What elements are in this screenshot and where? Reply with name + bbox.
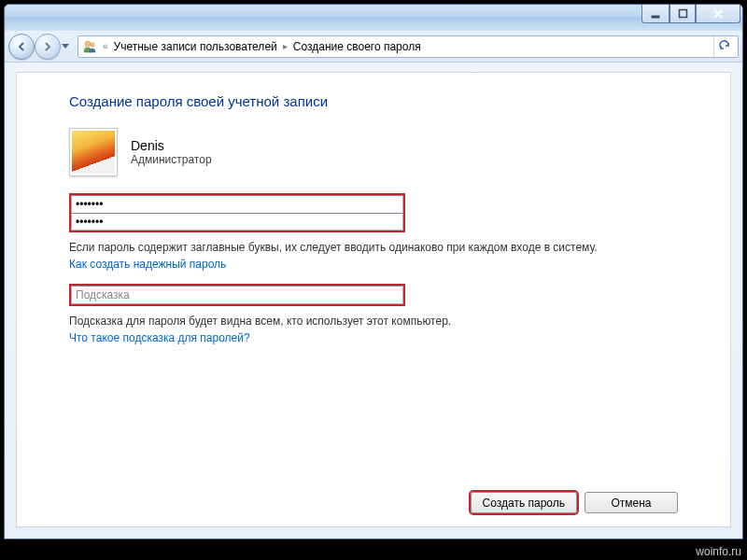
- password-hint-input[interactable]: [71, 286, 403, 304]
- close-button[interactable]: [696, 5, 740, 23]
- watermark: woinfo.ru: [696, 545, 741, 558]
- control-panel-window: « Учетные записи пользователей ▸ Создани…: [4, 4, 743, 539]
- page-title: Создание пароля своей учетной записи: [69, 93, 678, 109]
- new-password-input[interactable]: [71, 195, 403, 213]
- breadcrumb-separator-icon: ▸: [283, 41, 288, 51]
- maximize-button[interactable]: [669, 5, 696, 23]
- breadcrumb-level-2[interactable]: Создание своего пароля: [293, 40, 421, 53]
- user-summary: Denis Администратор: [69, 128, 678, 176]
- flower-avatar-image: [72, 131, 115, 174]
- caps-warning-text: Если пароль содержит заглавные буквы, их…: [69, 240, 678, 256]
- hint-field-highlight: [69, 284, 405, 306]
- hint-visibility-warning: Подсказка для пароля будет видна всем, к…: [69, 314, 678, 329]
- minimize-button[interactable]: [641, 5, 669, 23]
- forward-button[interactable]: [35, 34, 61, 60]
- breadcrumb-level-1[interactable]: Учетные записи пользователей: [114, 40, 277, 53]
- breadcrumb-prefix: «: [103, 41, 108, 51]
- confirm-password-input[interactable]: [71, 213, 403, 231]
- user-name: Denis: [131, 138, 212, 153]
- what-is-hint-link[interactable]: Что такое подсказка для паролей?: [69, 331, 678, 344]
- svg-point-3: [91, 42, 95, 47]
- user-accounts-icon: [82, 39, 97, 54]
- user-role: Администратор: [131, 153, 212, 166]
- content-panel: Создание пароля своей учетной записи Den…: [16, 72, 731, 527]
- back-button[interactable]: [8, 34, 35, 60]
- svg-point-2: [85, 41, 91, 47]
- nav-history-dropdown[interactable]: [59, 36, 72, 57]
- navigation-bar: « Учетные записи пользователей ▸ Создани…: [5, 31, 742, 63]
- refresh-button[interactable]: [713, 36, 734, 57]
- svg-rect-1: [679, 10, 686, 18]
- create-password-button[interactable]: Создать пароль: [471, 492, 577, 513]
- avatar: [69, 128, 118, 176]
- window-titlebar: [5, 5, 742, 31]
- svg-rect-0: [652, 16, 659, 18]
- cancel-button[interactable]: Отмена: [585, 492, 678, 513]
- strong-password-link[interactable]: Как создать надежный пароль: [69, 258, 678, 271]
- address-bar[interactable]: « Учетные записи пользователей ▸ Создани…: [78, 35, 739, 58]
- dialog-footer: Создать пароль Отмена: [69, 473, 678, 513]
- password-fields-highlight: [69, 193, 405, 232]
